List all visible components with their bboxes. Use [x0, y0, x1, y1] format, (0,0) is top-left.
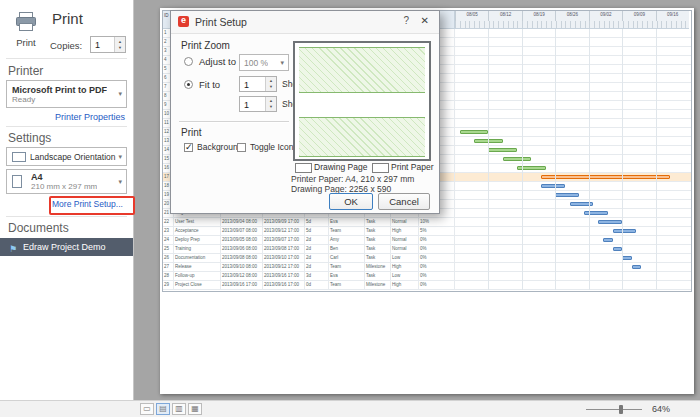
gantt-task-bar	[541, 175, 670, 179]
cancel-button[interactable]: Cancel	[378, 193, 430, 210]
print-button[interactable]: Print	[6, 6, 46, 54]
paper-size-select[interactable]: A4 210 mm x 297 mm	[6, 169, 127, 194]
flag-icon	[0, 238, 23, 256]
edraw-app-icon	[178, 16, 189, 27]
close-icon[interactable]: ✕	[421, 15, 429, 26]
gantt-cell: 5%	[419, 227, 455, 235]
document-item[interactable]: Edraw Project Demo	[0, 238, 133, 256]
printer-icon	[14, 12, 38, 32]
gantt-cell: 0%	[419, 263, 455, 271]
gantt-cell: 2013/09/10 17:00	[263, 254, 305, 262]
gantt-task-bar	[517, 166, 546, 170]
pan-view-icon[interactable]	[140, 403, 154, 415]
gantt-timeline-cell	[455, 164, 689, 172]
dialog-titlebar[interactable]: Print Setup ? ✕	[171, 11, 439, 34]
gantt-cell: 2013/09/05 08:00	[221, 236, 263, 244]
gantt-cell: 2013/09/16 17:00	[263, 272, 305, 280]
gantt-cell: Amy	[329, 236, 365, 244]
fit-down-value: 1	[240, 97, 265, 111]
gantt-cell: 0%	[419, 236, 455, 244]
gantt-cell: 2013/09/16 17:00	[263, 281, 305, 289]
stepper-arrows-icon[interactable]: ▲▼	[265, 97, 276, 111]
gantt-cell: Normal	[391, 245, 419, 253]
gantt-cell: 2d	[305, 245, 329, 253]
ok-button[interactable]: OK	[329, 193, 373, 210]
gantt-week-label: 08/26	[555, 11, 588, 21]
divider	[179, 121, 289, 123]
fit-sheets-down-stepper[interactable]: 1 ▲▼	[239, 96, 277, 112]
normal-view-icon[interactable]	[156, 403, 170, 415]
stepper-arrows-icon[interactable]: ▲▼	[114, 37, 125, 52]
gantt-cell: Task	[365, 227, 391, 235]
gantt-cell: 0%	[419, 254, 455, 262]
stepper-arrows-icon[interactable]: ▲▼	[265, 77, 276, 91]
gantt-cell: Team	[329, 281, 365, 289]
gantt-timeline-cell	[455, 101, 689, 109]
gantt-cell: 0%	[419, 281, 455, 289]
printer-paper-info: Printer Paper: A4, 210 x 297 mm	[291, 174, 414, 184]
status-bar: 64%	[0, 400, 700, 417]
gantt-timeline-cell	[455, 200, 689, 208]
gantt-cell: 2d	[305, 254, 329, 262]
gantt-cell: Milestone	[365, 281, 391, 289]
gantt-cell: High	[391, 263, 419, 271]
gantt-cell: 2013/09/08 08:00	[221, 254, 263, 262]
gantt-cell: Release	[174, 263, 221, 271]
more-print-setup-link[interactable]: More Print Setup...	[52, 199, 123, 209]
zoom-slider[interactable]	[586, 409, 642, 410]
background-label: Background	[197, 142, 242, 152]
gantt-cell: Task	[365, 272, 391, 280]
printer-properties-link[interactable]: Printer Properties	[55, 112, 125, 122]
gantt-cell: 2013/09/06 08:00	[221, 245, 263, 253]
gantt-task-bar	[541, 184, 565, 188]
orientation-select[interactable]: Landscape Orientation	[6, 147, 127, 166]
gantt-week-label: 09/02	[589, 11, 622, 21]
gantt-row: 27Release2013/09/10 08:002013/09/12 17:0…	[163, 263, 691, 272]
gantt-row: 25Training2013/09/06 08:002013/09/08 17:…	[163, 245, 691, 254]
adjust-to-radio[interactable]	[184, 57, 193, 66]
gantt-task-bar	[460, 130, 489, 134]
documents-section-heading: Documents	[8, 221, 69, 235]
gantt-cell: 23	[163, 227, 174, 235]
background-checkbox[interactable]	[184, 143, 193, 152]
gantt-cell: Team	[329, 263, 365, 271]
gantt-timeline-cell	[455, 110, 689, 118]
gantt-cell: 5d	[305, 218, 329, 226]
gantt-timeline-cell	[455, 83, 689, 91]
gantt-cell: 2013/09/10 08:00	[221, 263, 263, 271]
zoom-slider-handle[interactable]	[619, 405, 623, 414]
help-icon[interactable]: ?	[403, 15, 409, 26]
printer-select[interactable]: Microsoft Print to PDF Ready	[6, 80, 127, 108]
gantt-cell: 29	[163, 281, 174, 289]
fit-to-radio[interactable]	[184, 80, 193, 89]
fit-sheets-across-stepper[interactable]: 1 ▲▼	[239, 76, 277, 92]
toggle-icon-checkbox[interactable]	[237, 143, 246, 152]
page-view-icon[interactable]	[172, 403, 186, 415]
gantt-cell: 2d	[305, 236, 329, 244]
printer-status: Ready	[12, 95, 107, 104]
copies-label: Copies:	[50, 40, 82, 51]
print-pane: Print Print Copies: 1 ▲▼ Printer Microso…	[0, 0, 134, 401]
print-setup-dialog: Print Setup ? ✕ Print Zoom Adjust to 100…	[170, 10, 440, 214]
gantt-cell: 0%	[419, 245, 455, 253]
gantt-task-bar	[598, 220, 622, 224]
print-button-label: Print	[6, 37, 46, 48]
settings-section-heading: Settings	[8, 131, 51, 145]
gantt-cell: 0%	[419, 272, 455, 280]
gantt-timeline-cell	[455, 173, 689, 181]
zoom-percent-value: 100 %	[240, 58, 268, 68]
grid-view-icon[interactable]	[188, 403, 202, 415]
view-mode-buttons	[140, 403, 202, 415]
gantt-cell: Team	[329, 227, 365, 235]
pane-title: Print	[52, 10, 83, 27]
printer-section-heading: Printer	[8, 64, 43, 78]
copies-stepper[interactable]: 1 ▲▼	[90, 36, 126, 53]
gantt-timeline-cell	[455, 227, 689, 235]
gantt-cell: 2013/09/04 08:00	[221, 218, 263, 226]
gantt-cell: High	[391, 281, 419, 289]
a4-paper-icon	[12, 175, 22, 188]
zoom-percent-select[interactable]: 100 %	[239, 54, 289, 71]
gantt-timeline-cell	[455, 38, 689, 46]
gantt-week-label: 08/05	[455, 11, 488, 21]
gantt-timeline-cell	[455, 272, 689, 280]
